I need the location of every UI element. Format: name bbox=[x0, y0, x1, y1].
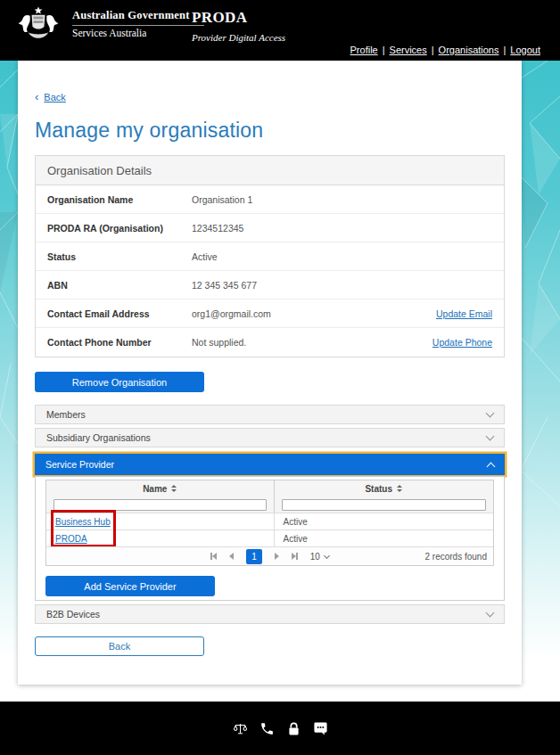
detail-value: 12 345 345 677 bbox=[192, 280, 492, 291]
nav-services[interactable]: Services bbox=[390, 45, 427, 55]
page-size-value: 10 bbox=[310, 552, 320, 562]
update-phone-link[interactable]: Update Phone bbox=[432, 337, 492, 348]
table-pagination-row: 1 10 2 records found bbox=[46, 546, 493, 565]
content-card: ‹ Back Manage my organisation Organisati… bbox=[18, 61, 522, 685]
organisation-details-body: Organisation Name Organisation 1 PRODA R… bbox=[36, 185, 504, 357]
divider bbox=[72, 25, 204, 26]
page-size-select[interactable]: 10 bbox=[310, 552, 329, 562]
accordion-b2b-devices[interactable]: B2B Devices bbox=[35, 604, 505, 624]
organisation-details-panel: Organisation Details Organisation Name O… bbox=[35, 155, 505, 357]
pagination-prev-icon[interactable] bbox=[229, 553, 234, 560]
column-label: Status bbox=[365, 484, 392, 494]
app-header: Australian Government Services Australia… bbox=[0, 0, 560, 61]
chevron-down-icon bbox=[486, 409, 495, 418]
accordion-service-provider[interactable]: Service Provider bbox=[35, 454, 505, 475]
accordion-members[interactable]: Members bbox=[35, 405, 505, 424]
business-hub-link[interactable]: Business Hub bbox=[55, 517, 111, 527]
column-header-status[interactable]: Status bbox=[275, 480, 493, 496]
table-filter-row bbox=[46, 496, 493, 513]
detail-row-abn: ABN 12 345 345 677 bbox=[36, 271, 504, 300]
pagination-next-icon[interactable] bbox=[275, 553, 279, 560]
nav-separator: | bbox=[432, 45, 434, 55]
app-title: PRODA bbox=[192, 9, 285, 27]
government-wordmark: Australian Government Services Australia bbox=[72, 9, 204, 38]
nav-separator: | bbox=[383, 45, 385, 55]
nav-organisations[interactable]: Organisations bbox=[439, 45, 499, 55]
gov-line1: Australian Government bbox=[72, 9, 204, 22]
table-row: Business Hub Active bbox=[46, 513, 493, 529]
nav-separator: | bbox=[503, 45, 506, 55]
detail-value: org1@orgmail.com bbox=[192, 308, 436, 319]
detail-row-contact-email: Contact Email Address org1@orgmail.com U… bbox=[36, 300, 504, 328]
page-title: Manage my organisation bbox=[35, 119, 505, 143]
detail-row-organisation-name: Organisation Name Organisation 1 bbox=[36, 185, 504, 214]
detail-value: 1234512345 bbox=[192, 223, 492, 234]
app-footer bbox=[0, 702, 560, 755]
records-found-text: 2 records found bbox=[425, 552, 488, 562]
back-button[interactable]: Back bbox=[35, 636, 204, 656]
app-subtitle: Provider Digital Access bbox=[192, 32, 285, 43]
chevron-down-icon bbox=[486, 609, 495, 618]
chevron-down-icon bbox=[486, 432, 495, 441]
status-cell: Active bbox=[275, 530, 493, 546]
remove-organisation-button[interactable]: Remove Organisation bbox=[35, 372, 204, 392]
proda-link[interactable]: PRODA bbox=[55, 534, 87, 544]
status-filter-input[interactable] bbox=[282, 499, 486, 511]
organisation-details-title: Organisation Details bbox=[36, 156, 504, 185]
name-filter-input[interactable] bbox=[54, 499, 267, 511]
proda-manage-organisation-screen: Australian Government Services Australia… bbox=[0, 0, 560, 755]
table-body: Business Hub Active PRODA Active bbox=[46, 513, 493, 546]
pagination-last-icon[interactable] bbox=[292, 553, 298, 560]
detail-label: Organisation Name bbox=[47, 194, 192, 205]
chevron-left-icon: ‹ bbox=[35, 91, 38, 103]
update-email-link[interactable]: Update Email bbox=[436, 308, 492, 319]
add-service-provider-button[interactable]: Add Service Provider bbox=[45, 576, 215, 596]
detail-row-contact-phone: Contact Phone Number Not supplied. Updat… bbox=[36, 328, 504, 357]
name-cell: Business Hub bbox=[46, 513, 275, 529]
detail-value: Not supplied. bbox=[192, 337, 432, 348]
coat-of-arms-logo bbox=[13, 5, 63, 43]
detail-row-proda-ra: PRODA RA (Organisation) 1234512345 bbox=[36, 214, 504, 242]
nav-logout[interactable]: Logout bbox=[510, 45, 540, 55]
chevron-up-icon bbox=[487, 462, 496, 471]
detail-label: PRODA RA (Organisation) bbox=[47, 223, 192, 234]
table-header-row: Name Status bbox=[46, 480, 493, 496]
lock-icon[interactable] bbox=[286, 721, 301, 736]
accordion-subsidiary-label: Subsidiary Organisations bbox=[46, 432, 151, 443]
app-brand: PRODA Provider Digital Access bbox=[192, 9, 285, 43]
table-row: PRODA Active bbox=[46, 529, 493, 546]
accordion-members-label: Members bbox=[46, 409, 86, 420]
accordion-service-provider-label: Service Provider bbox=[45, 459, 114, 470]
detail-row-status: Status Active bbox=[36, 242, 504, 271]
detail-label: Contact Phone Number bbox=[47, 337, 192, 348]
top-nav: Profile | Services | Organisations | Log… bbox=[350, 45, 540, 55]
detail-label: Status bbox=[47, 251, 192, 262]
decorative-left-strip bbox=[0, 61, 18, 685]
sort-updown-icon bbox=[397, 485, 402, 492]
pagination-current-page[interactable]: 1 bbox=[246, 549, 262, 564]
status-cell: Active bbox=[275, 513, 493, 529]
detail-label: Contact Email Address bbox=[47, 308, 192, 319]
gov-line2: Services Australia bbox=[72, 28, 204, 38]
chat-icon[interactable] bbox=[313, 721, 328, 736]
sort-updown-icon bbox=[171, 485, 177, 492]
detail-value: Organisation 1 bbox=[192, 194, 492, 205]
back-link[interactable]: ‹ Back bbox=[35, 91, 66, 103]
column-header-name[interactable]: Name bbox=[46, 480, 275, 496]
column-label: Name bbox=[143, 484, 167, 494]
detail-label: ABN bbox=[47, 280, 192, 291]
page-body: ‹ Back Manage my organisation Organisati… bbox=[0, 61, 560, 702]
service-provider-panel: Name Status bbox=[35, 476, 505, 601]
pagination-first-icon[interactable] bbox=[210, 553, 217, 560]
service-provider-table: Name Status bbox=[45, 480, 494, 566]
back-link-label: Back bbox=[44, 92, 65, 103]
phone-icon[interactable] bbox=[259, 721, 275, 736]
filter-cell bbox=[46, 496, 275, 513]
government-brand: Australian Government Services Australia bbox=[13, 5, 204, 43]
nav-profile[interactable]: Profile bbox=[350, 45, 378, 55]
filter-cell bbox=[275, 496, 493, 513]
name-cell: PRODA bbox=[46, 530, 275, 546]
scales-icon[interactable] bbox=[233, 721, 248, 736]
chevron-down-icon bbox=[324, 552, 330, 558]
accordion-subsidiary-organisations[interactable]: Subsidiary Organisations bbox=[35, 428, 505, 447]
